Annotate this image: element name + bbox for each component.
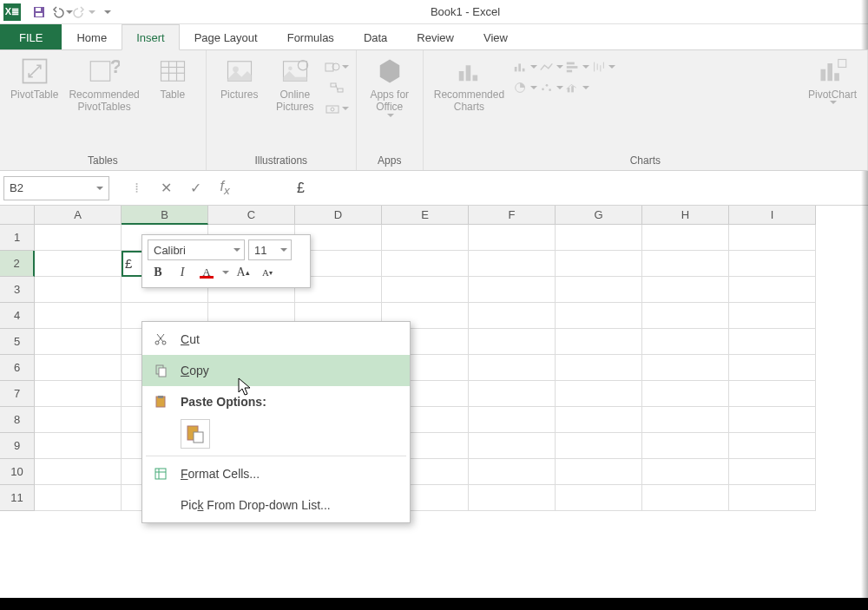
col-header-H[interactable]: H xyxy=(642,206,729,225)
svg-rect-6 xyxy=(161,62,184,82)
svg-rect-31 xyxy=(567,70,572,73)
cm-copy: Copy xyxy=(142,355,410,386)
formula-input[interactable]: £ xyxy=(290,176,865,200)
col-header-B[interactable]: B xyxy=(122,206,208,225)
cancel-formula-icon[interactable]: ✕ xyxy=(153,180,179,196)
svg-rect-23 xyxy=(459,71,464,81)
select-all-button[interactable] xyxy=(0,206,35,225)
cm-cut[interactable]: CuCutt xyxy=(142,324,410,355)
svg-rect-24 xyxy=(466,65,471,81)
column-chart-button[interactable] xyxy=(513,57,537,76)
col-header-I[interactable]: I xyxy=(729,206,816,225)
name-box[interactable]: B2 xyxy=(3,176,109,200)
pictures-button[interactable]: Pictures xyxy=(214,54,266,102)
font-color-button[interactable]: A xyxy=(196,262,217,283)
apps-for-office-button[interactable]: Apps for Office xyxy=(364,54,416,119)
tab-view[interactable]: View xyxy=(469,24,523,50)
online-pictures-icon xyxy=(279,56,311,87)
row-header-2[interactable]: 2 xyxy=(0,251,35,277)
shrink-font-button[interactable]: A▾ xyxy=(257,262,278,283)
col-header-E[interactable]: E xyxy=(382,206,469,225)
save-button[interactable] xyxy=(28,2,50,23)
col-header-D[interactable]: D xyxy=(295,206,382,225)
col-header-F[interactable]: F xyxy=(469,206,556,225)
font-color-dropdown-icon[interactable] xyxy=(222,271,229,274)
row-headers: 1 2 3 4 5 6 7 8 9 10 11 xyxy=(0,225,35,511)
svg-point-14 xyxy=(288,66,293,70)
recommended-charts-button[interactable]: Recommended Charts xyxy=(431,54,508,115)
screenshot-button[interactable] xyxy=(325,99,349,118)
svg-rect-38 xyxy=(820,69,825,82)
font-size-value: 11 xyxy=(254,244,266,257)
scatter-chart-button[interactable] xyxy=(539,78,563,97)
row-header-8[interactable]: 8 xyxy=(0,407,35,433)
col-header-C[interactable]: C xyxy=(208,206,295,225)
svg-rect-4 xyxy=(90,62,110,82)
customize-qat[interactable] xyxy=(95,2,118,23)
svg-rect-18 xyxy=(331,83,336,87)
line-chart-button[interactable] xyxy=(539,57,563,76)
smartart-button[interactable] xyxy=(325,78,349,97)
svg-rect-50 xyxy=(155,469,166,479)
name-box-dropdown-icon[interactable] xyxy=(96,187,103,190)
row-header-11[interactable]: 11 xyxy=(0,485,35,511)
row-header-10[interactable]: 10 xyxy=(0,459,35,485)
undo-button[interactable] xyxy=(50,2,73,23)
svg-rect-30 xyxy=(567,66,578,69)
shapes-button[interactable] xyxy=(325,57,349,76)
combo-chart-button[interactable] xyxy=(565,78,589,97)
bar-chart-button[interactable] xyxy=(565,57,589,76)
grow-font-button[interactable]: A▴ xyxy=(233,262,253,283)
formula-controls: ⁞ ✕ ✓ fx xyxy=(116,176,290,200)
group-apps-label: Apps xyxy=(364,154,416,168)
pictures-icon xyxy=(224,56,255,87)
svg-rect-29 xyxy=(567,62,575,65)
row-header-5[interactable]: 5 xyxy=(0,329,35,355)
col-header-G[interactable]: G xyxy=(556,206,642,225)
table-button[interactable]: Table xyxy=(147,54,199,102)
svg-point-33 xyxy=(542,88,544,90)
insert-name-icon[interactable]: ⁞ xyxy=(123,180,149,196)
online-pictures-button[interactable]: Online Pictures xyxy=(269,54,321,115)
stock-chart-button[interactable] xyxy=(591,57,615,76)
tab-file[interactable]: FILE xyxy=(0,24,62,50)
pivotchart-button[interactable]: PivotChart xyxy=(805,54,860,106)
redo-button[interactable] xyxy=(73,2,95,23)
svg-rect-40 xyxy=(834,73,839,81)
row-header-7[interactable]: 7 xyxy=(0,381,35,407)
font-combo[interactable]: Calibri xyxy=(148,239,245,260)
pie-chart-button[interactable] xyxy=(513,78,537,97)
tab-data[interactable]: Data xyxy=(349,24,402,50)
row-header-3[interactable]: 3 xyxy=(0,277,35,303)
italic-button[interactable]: I xyxy=(172,262,193,283)
pivottable-icon xyxy=(19,56,50,87)
tab-formulas[interactable]: Formulas xyxy=(273,24,349,50)
cm-pick-from-list[interactable]: Pick From Drop-down List... xyxy=(142,489,410,521)
fx-icon[interactable]: fx xyxy=(212,179,238,197)
pivottable-button[interactable]: PivotTable xyxy=(7,54,62,102)
cm-format-cells-label: Format Cells... xyxy=(181,467,260,481)
row-header-4[interactable]: 4 xyxy=(0,303,35,329)
svg-rect-49 xyxy=(194,432,203,443)
tab-review[interactable]: Review xyxy=(402,24,469,50)
row-header-6[interactable]: 6 xyxy=(0,355,35,381)
pivotchart-icon xyxy=(817,56,848,87)
svg-point-21 xyxy=(331,108,334,111)
recommended-charts-icon xyxy=(453,56,484,87)
font-size-combo[interactable]: 11 xyxy=(248,239,292,260)
col-header-A[interactable]: A xyxy=(35,206,122,225)
row-header-9[interactable]: 9 xyxy=(0,433,35,459)
tab-insert[interactable]: Insert xyxy=(122,24,180,50)
bold-button[interactable]: B xyxy=(148,262,168,283)
group-illustrations: Pictures Online Pictures Illustrations xyxy=(207,50,357,170)
tab-page-layout[interactable]: Page Layout xyxy=(180,24,273,50)
paste-option-default[interactable] xyxy=(181,419,210,449)
excel-logo: X≣ xyxy=(3,3,21,21)
group-illustrations-label: Illustrations xyxy=(214,154,349,168)
tab-home[interactable]: Home xyxy=(62,24,122,50)
enter-formula-icon[interactable]: ✓ xyxy=(182,180,208,196)
cm-format-cells[interactable]: Format Cells... xyxy=(142,458,410,489)
row-header-1[interactable]: 1 xyxy=(0,225,35,251)
group-tables-label: Tables xyxy=(7,154,199,168)
recommended-pivottables-button[interactable]: ? Recommended PivotTables xyxy=(65,54,142,115)
